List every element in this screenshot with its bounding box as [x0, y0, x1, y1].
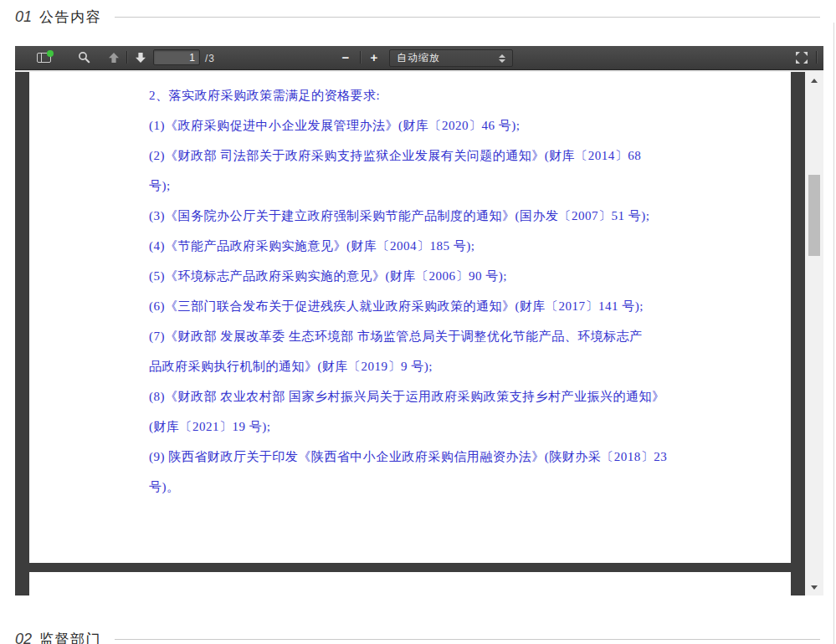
pdf-text-line: (2)《财政部 司法部关于政府采购支持监狱企业发展有关问题的通知》(财库〔201… [149, 141, 735, 171]
pdf-text-line: (4)《节能产品政府采购实施意见》(财库〔2004〕185 号); [149, 231, 735, 261]
section-number: 01 [15, 8, 32, 26]
pdf-text-line: 2、落实政府采购政策需满足的资格要求: [149, 80, 735, 110]
scrollbar-thumb[interactable] [808, 175, 820, 256]
section-title: 公告内容 [39, 8, 101, 27]
toolbar-separator [360, 51, 361, 64]
pdf-text-line: (6)《三部门联合发布关于促进残疾人就业政府采购政策的通知》(财库〔2017〕1… [149, 291, 735, 321]
toolbar-separator [126, 51, 127, 64]
toolbar-separator [816, 51, 817, 64]
section-header-supervision: 02 监督部门 [15, 630, 820, 644]
pdf-viewer: /3 − + 自动缩放 [15, 46, 823, 595]
notification-dot [47, 50, 54, 57]
page-count-label: /3 [205, 46, 215, 70]
section-divider [115, 639, 820, 640]
pdf-text-line: (财库〔2021〕19 号); [149, 411, 735, 442]
search-icon [78, 51, 90, 64]
zoom-in-icon: + [371, 51, 378, 64]
pdf-text-line: (3)《国务院办公厅关于建立政府强制采购节能产品制度的通知》(国办发〔2007〕… [149, 201, 735, 231]
sidebar-toggle-icon [37, 53, 51, 63]
scale-select-value: 自动缩放 [397, 51, 499, 65]
scale-select[interactable]: 自动缩放 [389, 49, 513, 67]
page-up-icon [108, 52, 120, 64]
section-title: 监督部门 [39, 630, 101, 644]
pdf-text-line: (5)《环境标志产品政府采购实施的意见》(财库〔2006〕90 号); [149, 261, 735, 291]
page-number-input[interactable] [153, 49, 200, 65]
pdf-viewer-canvas: 2、落实政府采购政策需满足的资格要求: (1)《政府采购促进中小企业发展管理办法… [15, 72, 823, 595]
zoom-in-button[interactable]: + [362, 46, 386, 69]
scrollbar-up-icon [811, 79, 818, 83]
previous-page-button[interactable] [102, 46, 126, 69]
pdf-text-line: (1)《政府采购促进中小企业发展管理办法》(财库〔2020〕46 号); [149, 110, 735, 141]
pdf-page-1: 2、落实政府采购政策需满足的资格要求: (1)《政府采购促进中小企业发展管理办法… [29, 72, 791, 563]
section-divider [115, 17, 820, 18]
pdf-text-line: (7)《财政部 发展改革委 生态环境部 市场监管总局关于调整优化节能产品、环境标… [149, 321, 735, 351]
section-number: 02 [15, 631, 32, 644]
chevron-updown-icon [499, 54, 505, 63]
pdf-toolbar: /3 − + 自动缩放 [15, 46, 823, 70]
zoom-out-button[interactable]: − [334, 46, 357, 69]
page: 01 公告内容 [0, 0, 836, 644]
pdf-text-block: 2、落实政府采购政策需满足的资格要求: (1)《政府采购促进中小企业发展管理办法… [149, 80, 735, 502]
presentation-mode-button[interactable] [790, 46, 813, 69]
section-header-announcement: 01 公告内容 [15, 8, 820, 27]
next-page-button[interactable] [129, 46, 152, 69]
scrollbar-down-icon [811, 585, 818, 590]
pdf-scrollbar[interactable] [805, 72, 823, 595]
pdf-page-2 [29, 572, 791, 595]
pdf-text-line: (8)《财政部 农业农村部 国家乡村振兴局关于运用政府采购政策支持乡村产业振兴的… [149, 381, 735, 411]
scrollbar-down-button[interactable] [805, 580, 823, 594]
pdf-text-line: 品政府采购执行机制的通知》(财库〔2019〕9 号); [149, 351, 735, 381]
zoom-out-icon: − [342, 51, 350, 64]
page-down-icon [135, 52, 146, 64]
pdf-text-line: (9) 陕西省财政厅关于印发《陕西省中小企业政府采购信用融资办法》(陕财办采〔2… [149, 442, 735, 472]
page-right-border [833, 23, 834, 644]
scrollbar-up-button[interactable] [805, 74, 823, 87]
pdf-text-line: 号)。 [149, 472, 735, 502]
sidebar-toggle-button[interactable] [31, 46, 56, 69]
search-button[interactable] [72, 46, 95, 69]
presentation-mode-icon [795, 51, 808, 64]
pdf-text-line: 号); [149, 171, 735, 201]
